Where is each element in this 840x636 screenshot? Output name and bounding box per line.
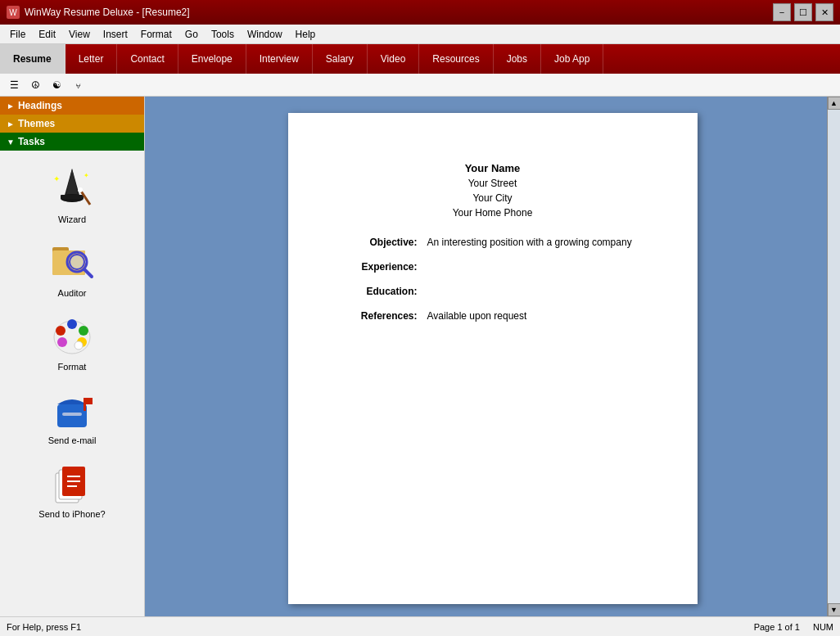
- auditor-label: Auditor: [58, 288, 87, 298]
- page-indicator: Page 1 of 1: [754, 622, 800, 632]
- document: Your Name Your Street Your City Your Hom…: [288, 113, 698, 604]
- title-bar: W WinWay Resume Deluxe - [Resume2] − ☐ ✕: [0, 0, 840, 25]
- doc-section-education: Education:: [345, 286, 640, 297]
- wizard-item[interactable]: ✦ ✦ Wizard: [0, 157, 144, 231]
- doc-street: Your Street: [468, 178, 517, 189]
- sidebar-section-headings[interactable]: ► Headings: [0, 97, 144, 115]
- doc-experience-value: [427, 261, 640, 273]
- wizard-icon: ✦ ✦: [47, 164, 97, 213]
- help-text: For Help, press F1: [7, 622, 81, 632]
- restore-button[interactable]: ☐: [794, 3, 812, 21]
- scroll-track[interactable]: [828, 110, 841, 603]
- send-iphone-item[interactable]: Send to iPhone?: [0, 452, 144, 525]
- sidebar-tasks-label: Tasks: [18, 136, 45, 147]
- format-item[interactable]: Format: [0, 304, 144, 378]
- sidebar-section-tasks[interactable]: ▼ Tasks: [0, 133, 144, 151]
- doc-address: Your Street Your City Your Home Phone: [345, 176, 640, 220]
- tab-job-app[interactable]: Job App: [541, 44, 603, 74]
- close-button[interactable]: ✕: [815, 3, 833, 21]
- menu-view[interactable]: View: [62, 27, 97, 42]
- menu-help[interactable]: Help: [289, 27, 323, 42]
- menu-file[interactable]: File: [3, 27, 32, 42]
- tab-envelope[interactable]: Envelope: [178, 44, 246, 74]
- tab-resources[interactable]: Resources: [419, 44, 493, 74]
- send-iphone-label: Send to iPhone?: [38, 509, 105, 519]
- svg-point-18: [79, 326, 88, 336]
- svg-point-17: [67, 319, 77, 329]
- doc-education-label: Education:: [345, 286, 427, 297]
- svg-rect-23: [84, 398, 86, 411]
- tab-video[interactable]: Video: [368, 44, 419, 74]
- tasks-arrow-icon: ▼: [7, 138, 15, 147]
- doc-references-value: Available upon request: [427, 310, 640, 322]
- scroll-up-button[interactable]: ▲: [828, 97, 841, 110]
- send-email-icon: [47, 385, 97, 434]
- tab-jobs[interactable]: Jobs: [494, 44, 541, 74]
- menu-go[interactable]: Go: [178, 27, 205, 42]
- tab-salary[interactable]: Salary: [313, 44, 368, 74]
- menu-bar: File Edit View Insert Format Go Tools Wi…: [0, 25, 840, 44]
- vertical-scrollbar[interactable]: ▲ ▼: [827, 97, 840, 616]
- content-area: Your Name Your Street Your City Your Hom…: [145, 97, 840, 616]
- title-bar-text: WinWay Resume Deluxe - [Resume2]: [25, 7, 190, 18]
- doc-section-objective: Objective: An interesting position with …: [345, 237, 640, 248]
- format-icon: [47, 311, 97, 360]
- svg-text:✦: ✦: [84, 172, 89, 179]
- tab-letter[interactable]: Letter: [65, 44, 118, 74]
- svg-point-20: [57, 337, 67, 347]
- menu-edit[interactable]: Edit: [32, 27, 62, 42]
- tab-contact[interactable]: Contact: [117, 44, 178, 74]
- sidebar-icons-panel: ✦ ✦ Wizard: [0, 151, 144, 616]
- num-lock-indicator: NUM: [813, 622, 833, 632]
- main-area: ► Headings ► Themes ▼ Tasks: [0, 97, 840, 616]
- doc-city: Your City: [472, 192, 512, 204]
- doc-objective-value: An interesting position with a growing c…: [427, 237, 640, 248]
- wizard-label: Wizard: [58, 214, 86, 224]
- align-left-button[interactable]: ☰: [5, 76, 23, 94]
- svg-point-6: [78, 187, 83, 192]
- tab-interview[interactable]: Interview: [246, 44, 313, 74]
- scroll-down-button[interactable]: ▼: [828, 603, 841, 616]
- doc-education-value: [427, 286, 640, 297]
- menu-format[interactable]: Format: [134, 27, 178, 42]
- doc-section-references: References: Available upon request: [345, 310, 640, 322]
- send-email-item[interactable]: Send e-mail: [0, 378, 144, 452]
- svg-rect-24: [86, 398, 93, 404]
- menu-window[interactable]: Window: [241, 27, 289, 42]
- doc-objective-label: Objective:: [345, 237, 427, 248]
- send-email-label: Send e-mail: [48, 435, 97, 445]
- svg-point-16: [56, 326, 65, 336]
- doc-phone: Your Home Phone: [453, 207, 533, 219]
- title-bar-controls: − ☐ ✕: [773, 3, 833, 21]
- auditor-icon: [47, 237, 97, 286]
- doc-section-experience: Experience:: [345, 261, 640, 273]
- svg-text:✦: ✦: [53, 174, 60, 183]
- doc-name: Your Name: [345, 162, 640, 174]
- headings-arrow-icon: ►: [7, 101, 15, 111]
- menu-insert[interactable]: Insert: [97, 27, 134, 42]
- send-iphone-icon: [47, 458, 97, 507]
- menu-tools[interactable]: Tools: [205, 27, 241, 42]
- doc-experience-label: Experience:: [345, 261, 427, 273]
- sidebar-headings-label: Headings: [18, 100, 62, 111]
- align-center-button[interactable]: ☮: [26, 76, 44, 94]
- tab-resume[interactable]: Resume: [0, 44, 65, 74]
- sidebar-section-themes[interactable]: ► Themes: [0, 115, 144, 133]
- minimize-button[interactable]: −: [773, 3, 791, 21]
- format-label: Format: [58, 362, 87, 372]
- svg-rect-4: [61, 195, 84, 199]
- sidebar: ► Headings ► Themes ▼ Tasks: [0, 97, 145, 616]
- toolbar: ☰ ☮ ☯ ⍱: [0, 74, 840, 97]
- svg-rect-25: [62, 413, 82, 416]
- svg-line-14: [84, 269, 92, 277]
- svg-point-13: [70, 255, 84, 269]
- doc-references-label: References:: [345, 310, 427, 322]
- auditor-item[interactable]: Auditor: [0, 231, 144, 304]
- svg-point-21: [75, 341, 83, 350]
- align-justify-button[interactable]: ⍱: [69, 76, 87, 94]
- sidebar-themes-label: Themes: [18, 118, 55, 129]
- tab-bar: Resume Letter Contact Envelope Interview…: [0, 44, 840, 74]
- align-right-button[interactable]: ☯: [47, 76, 65, 94]
- app-icon: W: [7, 6, 20, 19]
- status-bar: For Help, press F1 Page 1 of 1 NUM: [0, 616, 840, 636]
